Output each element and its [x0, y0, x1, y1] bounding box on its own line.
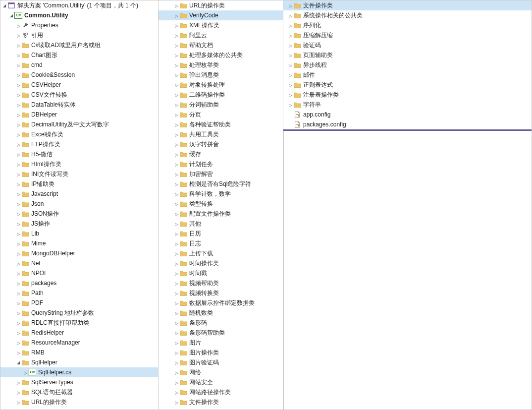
- expand-arrow-icon[interactable]: [287, 100, 293, 110]
- expand-arrow-icon[interactable]: [173, 298, 179, 308]
- folder-node[interactable]: 阿里云: [159, 30, 283, 40]
- expand-arrow-icon[interactable]: [287, 50, 293, 60]
- expand-arrow-icon[interactable]: [173, 50, 179, 60]
- expand-arrow-icon[interactable]: [15, 159, 21, 170]
- folder-node[interactable]: DataTable转实体: [0, 100, 158, 110]
- folder-node[interactable]: URL的操作类: [0, 397, 158, 407]
- expand-arrow-icon[interactable]: [15, 80, 21, 90]
- folder-node[interactable]: XML操作类: [159, 20, 283, 30]
- expand-arrow-icon[interactable]: [15, 258, 21, 269]
- expand-arrow-icon[interactable]: [15, 149, 21, 160]
- expand-arrow-icon[interactable]: [173, 258, 179, 269]
- folder-node[interactable]: 分词辅助类: [159, 100, 283, 110]
- expand-arrow-icon[interactable]: [173, 119, 179, 130]
- expand-arrow-icon[interactable]: [15, 209, 21, 219]
- expand-arrow-icon[interactable]: [1, 0, 7, 11]
- folder-node[interactable]: CSVHelper: [0, 80, 158, 90]
- folder-node[interactable]: 时间操作类: [159, 258, 283, 268]
- folder-node[interactable]: 二维码操作类: [159, 90, 283, 100]
- folder-node[interactable]: 图片: [159, 338, 283, 348]
- expand-arrow-icon[interactable]: [173, 238, 179, 249]
- folder-node[interactable]: Cookie&Session: [0, 70, 158, 80]
- folder-node[interactable]: CSV文件转换: [0, 90, 158, 100]
- expand-arrow-icon[interactable]: [173, 40, 179, 51]
- expand-arrow-icon[interactable]: [173, 328, 179, 338]
- expand-arrow-icon[interactable]: [15, 70, 21, 80]
- folder-node[interactable]: 其他: [159, 219, 283, 229]
- folder-node[interactable]: 缓存: [159, 149, 283, 159]
- expand-arrow-icon[interactable]: [15, 318, 21, 328]
- expand-arrow-icon[interactable]: [15, 100, 21, 110]
- config-file-node[interactable]: packages.config: [283, 119, 532, 129]
- expand-arrow-icon[interactable]: [15, 288, 21, 298]
- folder-node[interactable]: 字符串: [283, 100, 532, 110]
- expand-arrow-icon[interactable]: [287, 30, 293, 41]
- expand-arrow-icon[interactable]: [173, 338, 179, 348]
- folder-node[interactable]: INI文件读写类: [0, 169, 158, 179]
- folder-node[interactable]: 文件操作类: [159, 397, 283, 407]
- folder-node-sqlhelper[interactable]: SqlHelper: [0, 357, 158, 367]
- folder-node[interactable]: DecimalUtility及中文大写数字: [0, 119, 158, 129]
- expand-arrow-icon[interactable]: [173, 229, 179, 239]
- expand-arrow-icon[interactable]: [15, 129, 21, 140]
- expand-arrow-icon[interactable]: [173, 387, 179, 398]
- expand-arrow-icon[interactable]: [15, 397, 21, 408]
- folder-node[interactable]: 共用工具类: [159, 129, 283, 139]
- folder-node[interactable]: Excel操作类: [0, 129, 158, 139]
- folder-node[interactable]: JS操作: [0, 219, 158, 229]
- folder-node[interactable]: H5-微信: [0, 149, 158, 159]
- expand-arrow-icon[interactable]: [173, 179, 179, 189]
- expand-arrow-icon[interactable]: [287, 80, 293, 90]
- folder-node[interactable]: 分页: [159, 110, 283, 119]
- folder-node[interactable]: 弹出消息类: [159, 70, 283, 80]
- folder-node[interactable]: 加密解密: [159, 169, 283, 179]
- folder-node-selected[interactable]: 文件操作类: [283, 0, 532, 10]
- expand-arrow-icon[interactable]: [173, 308, 179, 318]
- expand-arrow-icon[interactable]: [173, 288, 179, 298]
- expand-arrow-icon[interactable]: [173, 397, 179, 408]
- expand-arrow-icon[interactable]: [173, 268, 179, 279]
- folder-node[interactable]: URL的操作类: [159, 0, 283, 10]
- folder-node[interactable]: Path: [0, 288, 158, 298]
- folder-node[interactable]: 视频帮助类: [159, 278, 283, 288]
- folder-node[interactable]: 处理枚举类: [159, 60, 283, 70]
- expand-arrow-icon[interactable]: [15, 357, 21, 368]
- folder-node[interactable]: 异步线程: [283, 60, 532, 70]
- folder-node[interactable]: 压缩解压缩: [283, 30, 532, 40]
- folder-node[interactable]: 图片操作类: [159, 348, 283, 357]
- expand-arrow-icon[interactable]: [173, 318, 179, 328]
- folder-node[interactable]: 日志: [159, 238, 283, 248]
- folder-node[interactable]: 数据展示控件绑定数据类: [159, 298, 283, 308]
- folder-node[interactable]: 条形码帮助类: [159, 328, 283, 338]
- folder-node[interactable]: 正则表达式: [283, 80, 532, 90]
- expand-arrow-icon[interactable]: [173, 129, 179, 140]
- expand-arrow-icon[interactable]: [173, 90, 179, 100]
- folder-node[interactable]: DBHelper: [0, 110, 158, 119]
- folder-node[interactable]: RDLC直接打印帮助类: [0, 318, 158, 328]
- expand-arrow-icon[interactable]: [287, 60, 293, 70]
- folder-node[interactable]: JSON操作: [0, 209, 158, 219]
- expand-arrow-icon[interactable]: [173, 348, 179, 358]
- expand-arrow-icon[interactable]: [173, 159, 179, 170]
- expand-arrow-icon[interactable]: [173, 377, 179, 388]
- folder-node[interactable]: 注册表操作类: [283, 90, 532, 100]
- folder-node[interactable]: 检测是否有Sql危险字符: [159, 179, 283, 189]
- folder-node[interactable]: cmd: [0, 60, 158, 70]
- folder-node[interactable]: 网站安全: [159, 377, 283, 387]
- expand-arrow-icon[interactable]: [173, 248, 179, 259]
- folder-node[interactable]: Lib: [0, 229, 158, 238]
- expand-arrow-icon[interactable]: [173, 169, 179, 179]
- expand-arrow-icon[interactable]: [173, 357, 179, 368]
- expand-arrow-icon[interactable]: [15, 229, 21, 239]
- expand-arrow-icon[interactable]: [15, 139, 21, 150]
- expand-arrow-icon[interactable]: [15, 278, 21, 289]
- solution-node[interactable]: 解决方案 'Common.Utility' (1 个项目，共 1 个): [0, 0, 158, 10]
- expand-arrow-icon[interactable]: [15, 169, 21, 179]
- folder-node[interactable]: Net: [0, 258, 158, 268]
- folder-node[interactable]: 对象转换处理: [159, 80, 283, 90]
- references-node[interactable]: 引用: [0, 30, 158, 40]
- expand-arrow-icon[interactable]: [15, 338, 21, 348]
- expand-arrow-icon[interactable]: [15, 248, 21, 259]
- expand-arrow-icon[interactable]: [173, 30, 179, 41]
- expand-arrow-icon[interactable]: [173, 209, 179, 219]
